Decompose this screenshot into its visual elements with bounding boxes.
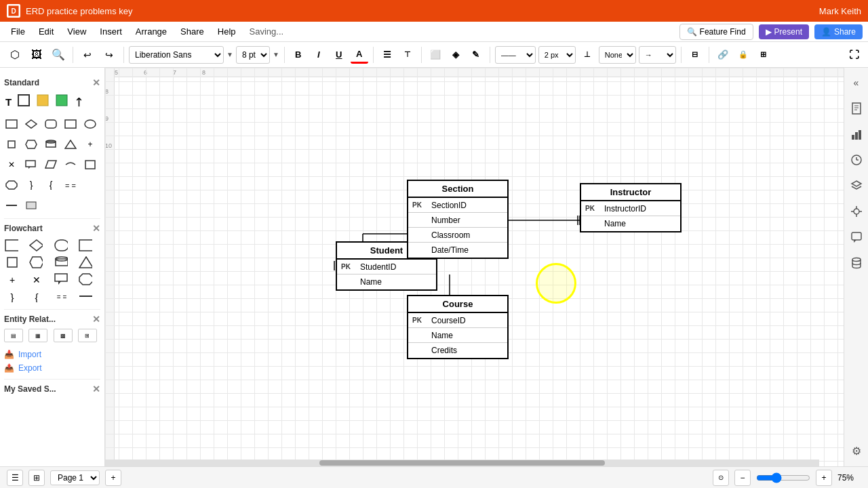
fc-cyl[interactable]	[54, 255, 68, 270]
octagon-shape[interactable]	[4, 178, 19, 192]
fc-rounded[interactable]	[54, 238, 68, 253]
line-color-button[interactable]: ✎	[467, 46, 485, 64]
erd-table4[interactable]: ⊞	[78, 329, 97, 342]
fc-para[interactable]	[4, 255, 19, 270]
right-comment-icon[interactable]	[847, 228, 866, 247]
link-button[interactable]: 🔗	[714, 46, 732, 64]
shapes-tool-button[interactable]: ⬡	[5, 45, 24, 64]
erd-table3[interactable]: ▩	[54, 329, 73, 342]
fill-button[interactable]: ◈	[447, 46, 465, 64]
line-shape[interactable]	[4, 198, 19, 213]
list-view-button[interactable]: ☰	[7, 470, 23, 486]
fit-page-button[interactable]: ⊙	[713, 470, 729, 486]
search-tool-button[interactable]: 🔍	[49, 45, 68, 64]
fc-tri[interactable]	[78, 255, 93, 270]
fc-double-bracket[interactable]: = =	[54, 289, 68, 304]
zoom-in-button[interactable]: +	[816, 470, 832, 486]
step-shape[interactable]	[43, 157, 58, 172]
import-button[interactable]: 📥 Import	[4, 348, 100, 361]
callout-shape[interactable]	[24, 157, 39, 172]
rect-outline-shape[interactable]	[63, 117, 78, 131]
valign-button[interactable]: ⊤	[399, 46, 416, 64]
fc-rect2[interactable]	[78, 238, 93, 253]
bracket-left-shape[interactable]: }	[24, 178, 39, 192]
section-entity[interactable]: Section PK SectionID Number Classroom Da…	[407, 180, 509, 259]
curve-shape[interactable]	[63, 157, 78, 172]
grid-view-button[interactable]: ⊞	[28, 470, 45, 486]
more-button[interactable]: ⊞	[755, 46, 772, 64]
fc-oct[interactable]	[78, 272, 93, 287]
line-style-select[interactable]: —— - - -	[495, 46, 536, 64]
fc-hex[interactable]	[28, 255, 43, 270]
cross-shape[interactable]: +	[83, 137, 98, 152]
rect-tool[interactable]	[16, 92, 32, 111]
flowchart-close-button[interactable]: ✕	[92, 223, 100, 234]
text-tool[interactable]: T	[4, 95, 13, 109]
square-shape[interactable]	[83, 157, 98, 172]
double-bracket-shape[interactable]: = =	[63, 178, 78, 192]
fc-rect[interactable]	[4, 238, 19, 253]
extra-options-button[interactable]: ⊟	[686, 46, 704, 64]
image-tool-button[interactable]: 🖼	[27, 45, 46, 64]
waypoint-button[interactable]: ⊥	[578, 46, 596, 64]
lock-button[interactable]: 🔒	[734, 46, 752, 64]
menu-arrange[interactable]: Arrange	[130, 24, 172, 39]
saved-close-button[interactable]: ✕	[92, 384, 100, 394]
canvas[interactable]: Student PK StudentID Name Section PK Sec…	[105, 68, 844, 466]
export-button[interactable]: 📤 Export	[4, 361, 100, 375]
instructor-entity[interactable]: Instructor PK InstructorID Name	[580, 183, 682, 232]
entity-close-button[interactable]: ✕	[92, 314, 100, 325]
right-panel-collapse[interactable]: «	[847, 73, 866, 92]
fc-bracket-r[interactable]: {	[28, 289, 43, 304]
menu-insert[interactable]: Insert	[94, 24, 127, 39]
x-shape[interactable]: ✕	[4, 157, 19, 172]
erd-table2[interactable]: ▦	[28, 329, 47, 342]
arrow-start-select[interactable]: None Arrow	[599, 46, 636, 64]
rounded-rect-shape[interactable]	[43, 117, 58, 131]
right-format-icon[interactable]	[847, 202, 866, 221]
right-chart-icon[interactable]	[847, 125, 866, 144]
fc-diamond[interactable]	[28, 238, 43, 253]
parallelogram-shape[interactable]	[4, 137, 19, 152]
yellow-shape-tool[interactable]	[35, 92, 51, 111]
shape-style-button[interactable]: ⬜	[427, 46, 444, 64]
hexagon-shape[interactable]	[24, 137, 39, 152]
add-page-button[interactable]: +	[105, 470, 121, 486]
erd-table1[interactable]: ▤	[4, 329, 23, 342]
undo-button[interactable]: ↩	[78, 45, 97, 64]
menu-file[interactable]: File	[5, 24, 31, 39]
menu-edit[interactable]: Edit	[33, 24, 59, 39]
zoom-out-button[interactable]: −	[734, 470, 751, 486]
canvas-area[interactable]: 5 6 7 8 8 9 10	[105, 68, 844, 466]
right-layers-icon[interactable]	[847, 176, 866, 195]
right-page-icon[interactable]	[847, 99, 866, 118]
page-selector[interactable]: Page 1	[50, 470, 100, 485]
redo-button[interactable]: ↪	[100, 45, 119, 64]
fc-callout[interactable]	[54, 272, 68, 287]
arrow-end-select[interactable]: → None	[639, 46, 676, 64]
line-weight-select[interactable]: 2 px 1 px 3 px	[538, 46, 576, 64]
font-family-select[interactable]: Liberation Sans	[129, 46, 224, 64]
menu-view[interactable]: View	[62, 24, 92, 39]
fc-bracket-l[interactable]: }	[4, 289, 19, 304]
circle-shape[interactable]	[83, 117, 98, 131]
feature-find-button[interactable]: 🔍 Feature Find	[679, 24, 753, 40]
scroll-thumb[interactable]	[319, 460, 605, 466]
bracket-right-shape[interactable]: {	[43, 178, 58, 192]
fc-cross[interactable]: +	[4, 272, 19, 287]
font-size-select[interactable]: 8 pt 10 pt 12 pt	[236, 46, 270, 64]
italic-button[interactable]: I	[310, 46, 328, 64]
horizontal-scrollbar[interactable]	[105, 460, 819, 466]
menu-help[interactable]: Help	[212, 24, 241, 39]
cylinder-shape[interactable]	[43, 137, 58, 152]
fc-line[interactable]	[78, 289, 93, 304]
fc-x[interactable]: ✕	[28, 272, 43, 287]
right-clock-icon[interactable]	[847, 150, 866, 169]
triangle-shape[interactable]	[63, 137, 78, 152]
underline-button[interactable]: U	[330, 46, 348, 64]
share-button[interactable]: 👤 Share	[814, 24, 863, 39]
fullscreen-button[interactable]: ⛶	[845, 46, 863, 64]
right-settings-icon[interactable]: ⚙	[847, 442, 866, 461]
standard-close-button[interactable]: ✕	[92, 77, 100, 88]
zoom-slider[interactable]	[756, 472, 810, 483]
